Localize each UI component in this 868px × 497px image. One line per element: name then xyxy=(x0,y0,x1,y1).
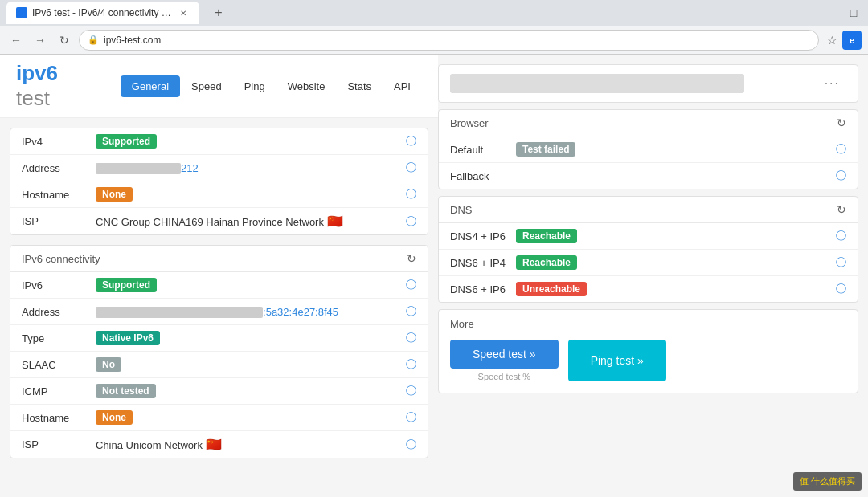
ipv6-card-header: IPv6 connectivity ↻ xyxy=(10,246,428,272)
ipv6-slaac-value: No xyxy=(96,357,396,372)
ipv6-icmp-badge: Not tested xyxy=(96,384,156,398)
ipv6-icmp-label: ICMP xyxy=(22,385,86,397)
tab-title: IPv6 test - IPv6/4 connectivity an... xyxy=(32,7,172,18)
browser-card-header: Browser ↻ xyxy=(439,110,858,136)
title-bar: IPv6 test - IPv6/4 connectivity an... ✕ … xyxy=(0,0,868,26)
ping-test-button[interactable]: Ping test » xyxy=(568,340,666,381)
dns-refresh-icon[interactable]: ↻ xyxy=(837,203,846,216)
ipv4-isp-label: ISP xyxy=(22,215,86,227)
browser-fallback-info-icon[interactable]: ⓘ xyxy=(836,169,846,183)
browser-refresh-icon[interactable]: ↻ xyxy=(837,116,846,129)
score-bar xyxy=(450,74,744,93)
ipv6-address-blurred: ████████████████████████ xyxy=(96,307,263,318)
nav-tab-speed[interactable]: Speed xyxy=(180,75,233,97)
ipv6-isp-info-icon[interactable]: ⓘ xyxy=(406,438,416,452)
dns-card: DNS ↻ DNS4 + IP6 Reachable ⓘ DNS6 + IP4 … xyxy=(438,196,858,303)
nav-tab-website[interactable]: Website xyxy=(276,75,337,97)
more-label: More xyxy=(450,318,846,330)
ipv6-isp-value: China Unicom Network 🇨🇳 xyxy=(96,437,396,452)
ipv4-isp-info-icon[interactable]: ⓘ xyxy=(406,214,416,229)
dns6-ip4-value: Reachable xyxy=(516,255,826,270)
dns6-ip6-row: DNS6 + IP6 Unreachable ⓘ xyxy=(439,276,858,302)
ipv6-type-label: Type xyxy=(22,332,86,344)
ipv6-hostname-info-icon[interactable]: ⓘ xyxy=(406,410,416,425)
ipv4-address-blurred: ████████████ xyxy=(96,163,181,174)
ipv6-info-icon[interactable]: ⓘ xyxy=(406,278,416,292)
bookmark-button[interactable]: ☆ xyxy=(827,34,837,47)
dns6-ip6-label: DNS6 + IP6 xyxy=(450,283,506,295)
ipv4-address-info-icon[interactable]: ⓘ xyxy=(406,161,416,175)
ipv6-hostname-value: None xyxy=(96,410,396,425)
maximize-button[interactable]: □ xyxy=(845,6,862,19)
new-tab-button[interactable]: + xyxy=(209,3,228,22)
ipv4-hostname-value: None xyxy=(96,187,396,202)
ipv6-type-value: Native IPv6 xyxy=(96,331,396,345)
address-bar[interactable]: 🔒 ipv6-test.com xyxy=(79,30,819,51)
ipv6-slaac-label: SLAAC xyxy=(22,359,86,371)
dns4-ip6-info-icon[interactable]: ⓘ xyxy=(836,229,846,243)
nav-tab-api[interactable]: API xyxy=(383,75,422,97)
ipv4-hostname-none-badge: None xyxy=(96,187,133,202)
ipv6-address-info-icon[interactable]: ⓘ xyxy=(406,304,416,319)
dns6-ip6-info-icon[interactable]: ⓘ xyxy=(836,282,846,296)
more-menu-button[interactable]: ··· xyxy=(818,73,846,94)
refresh-button[interactable]: ↻ xyxy=(55,31,74,50)
ipv4-value: Supported xyxy=(96,134,396,149)
ipv4-address-row: Address ████████████212 ⓘ xyxy=(10,155,428,181)
window-controls: — □ xyxy=(820,6,862,19)
ipv6-card-title: IPv6 connectivity xyxy=(22,253,100,265)
ipv4-address-value: ████████████212 xyxy=(96,162,396,174)
more-buttons: Speed test » Speed test % Ping test » xyxy=(450,340,846,381)
ipv6-refresh-icon[interactable]: ↻ xyxy=(407,252,416,265)
active-tab[interactable]: IPv6 test - IPv6/4 connectivity an... ✕ xyxy=(6,2,199,24)
back-button[interactable]: ← xyxy=(6,31,26,50)
ipv4-isp-row: ISP CNC Group CHINA169 Hainan Province N… xyxy=(10,208,428,234)
left-panel: ipv6 test General Speed Ping Website Sta… xyxy=(0,55,438,497)
ipv4-row: IPv4 Supported ⓘ xyxy=(10,128,428,155)
ipv6-type-info-icon[interactable]: ⓘ xyxy=(406,331,416,345)
browser-fallback-label: Fallback xyxy=(450,170,506,182)
dns6-ip4-row: DNS6 + IP4 Reachable ⓘ xyxy=(439,250,858,276)
lock-icon: 🔒 xyxy=(88,35,99,45)
ipv6-row: IPv6 Supported ⓘ xyxy=(10,272,428,299)
ipv6-hostname-label: Hostname xyxy=(22,412,86,424)
ipv4-hostname-row: Hostname None ⓘ xyxy=(10,181,428,208)
nav-tab-ping[interactable]: Ping xyxy=(233,75,276,97)
nav-tab-general[interactable]: General xyxy=(121,75,180,97)
dns6-ip4-info-icon[interactable]: ⓘ xyxy=(836,255,846,270)
browser-default-label: Default xyxy=(450,144,506,156)
speed-test-btn-wrap: Speed test » Speed test % xyxy=(450,340,559,381)
speed-test-button[interactable]: Speed test » xyxy=(450,340,559,369)
ipv6-slaac-info-icon[interactable]: ⓘ xyxy=(406,357,416,372)
tab-close-button[interactable]: ✕ xyxy=(177,6,190,19)
score-bar-area xyxy=(450,74,818,93)
right-panel: ··· Browser ↻ Default Test failed ⓘ Fall… xyxy=(438,55,868,497)
minimize-button[interactable]: — xyxy=(820,6,836,19)
ipv4-isp-value: CNC Group CHINA169 Hainan Province Netwo… xyxy=(96,214,396,229)
ipv4-info-icon[interactable]: ⓘ xyxy=(406,134,416,149)
nav-tab-stats[interactable]: Stats xyxy=(336,75,383,97)
dns6-ip6-badge: Unreachable xyxy=(516,282,587,296)
ipv4-hostname-label: Hostname xyxy=(22,189,86,201)
ipv6-hostname-row: Hostname None ⓘ xyxy=(10,405,428,431)
browser-default-info-icon[interactable]: ⓘ xyxy=(836,142,846,157)
dns6-ip4-label: DNS6 + IP4 xyxy=(450,257,506,269)
ipv6-icmp-info-icon[interactable]: ⓘ xyxy=(406,384,416,398)
ipv6-hostname-none-badge: None xyxy=(96,410,133,425)
forward-button[interactable]: → xyxy=(31,31,50,50)
ipv6-icmp-value: Not tested xyxy=(96,384,396,398)
ipv6-address-label: Address xyxy=(22,306,86,318)
site-header: ipv6 test General Speed Ping Website Sta… xyxy=(0,55,438,118)
ipv6-card: IPv6 connectivity ↻ IPv6 Supported ⓘ Add… xyxy=(10,245,428,458)
ipv4-supported-badge: Supported xyxy=(96,134,157,149)
china-flag-ipv6: 🇨🇳 xyxy=(206,437,222,452)
watermark: 值 什么值得买 xyxy=(793,472,862,491)
extension-button[interactable]: e xyxy=(842,31,862,50)
page-content: ipv6 test General Speed Ping Website Sta… xyxy=(0,55,868,497)
ipv4-hostname-info-icon[interactable]: ⓘ xyxy=(406,187,416,202)
ipv6-isp-row: ISP China Unicom Network 🇨🇳 ⓘ xyxy=(10,431,428,458)
ipv6-slaac-badge: No xyxy=(96,357,121,372)
ipv6-slaac-row: SLAAC No ⓘ xyxy=(10,352,428,378)
ipv6-address-row: Address ████████████████████████:5a32:4e… xyxy=(10,299,428,325)
site-logo: ipv6 test xyxy=(16,61,96,111)
